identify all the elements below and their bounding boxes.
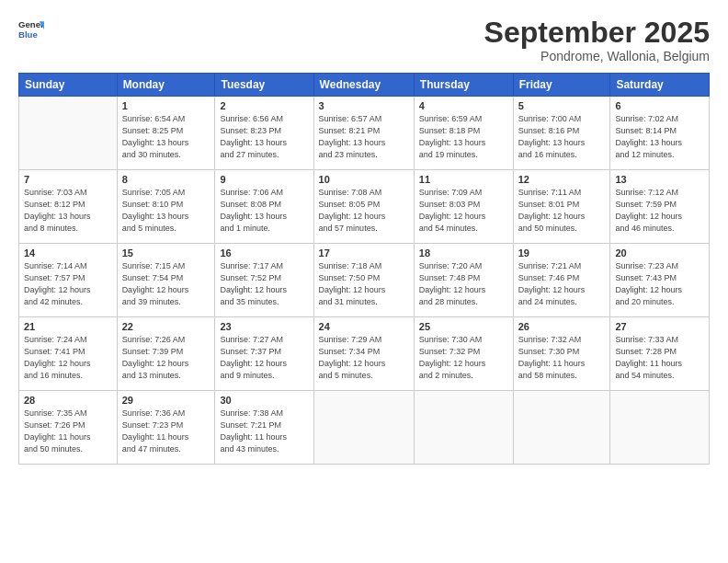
col-thursday: Thursday [414,74,513,97]
calendar-cell: 8Sunrise: 7:05 AM Sunset: 8:10 PM Daylig… [117,170,215,244]
calendar-cell: 5Sunrise: 7:00 AM Sunset: 8:16 PM Daylig… [513,97,610,170]
day-number: 5 [518,100,606,111]
calendar-cell: 24Sunrise: 7:29 AM Sunset: 7:34 PM Dayli… [313,317,414,391]
day-info: Sunrise: 7:18 AM Sunset: 7:50 PM Dayligh… [319,260,409,308]
day-info: Sunrise: 7:02 AM Sunset: 8:14 PM Dayligh… [615,113,704,161]
calendar-cell: 23Sunrise: 7:27 AM Sunset: 7:37 PM Dayli… [215,317,313,391]
calendar-cell: 20Sunrise: 7:23 AM Sunset: 7:43 PM Dayli… [610,244,710,317]
calendar-cell: 19Sunrise: 7:21 AM Sunset: 7:46 PM Dayli… [513,244,610,317]
day-info: Sunrise: 7:00 AM Sunset: 8:16 PM Dayligh… [518,113,606,161]
day-number: 4 [419,100,508,111]
day-info: Sunrise: 7:20 AM Sunset: 7:48 PM Dayligh… [419,260,508,308]
day-info: Sunrise: 7:27 AM Sunset: 7:37 PM Dayligh… [220,334,308,382]
calendar-week-3: 21Sunrise: 7:24 AM Sunset: 7:41 PM Dayli… [19,317,710,391]
title-block: September 2025 Pondrome, Wallonia, Belgi… [484,17,710,63]
calendar-cell [414,391,513,465]
header-row: Sunday Monday Tuesday Wednesday Thursday… [19,74,710,97]
calendar-cell [610,391,710,465]
month-title: September 2025 [484,17,710,49]
day-info: Sunrise: 7:09 AM Sunset: 8:03 PM Dayligh… [419,187,508,235]
day-info: Sunrise: 7:12 AM Sunset: 7:59 PM Dayligh… [615,187,704,235]
calendar-cell: 15Sunrise: 7:15 AM Sunset: 7:54 PM Dayli… [117,244,215,317]
col-sunday: Sunday [19,74,118,97]
day-number: 8 [122,174,210,185]
calendar-cell: 7Sunrise: 7:03 AM Sunset: 8:12 PM Daylig… [19,170,118,244]
day-info: Sunrise: 7:24 AM Sunset: 7:41 PM Dayligh… [24,334,112,382]
col-saturday: Saturday [610,74,710,97]
day-info: Sunrise: 7:26 AM Sunset: 7:39 PM Dayligh… [122,334,210,382]
calendar-cell [313,391,414,465]
day-number: 30 [220,395,308,406]
calendar-cell: 14Sunrise: 7:14 AM Sunset: 7:57 PM Dayli… [19,244,118,317]
calendar-cell: 1Sunrise: 6:54 AM Sunset: 8:25 PM Daylig… [117,97,215,170]
day-number: 6 [615,100,704,111]
day-number: 9 [220,174,308,185]
day-number: 19 [518,247,606,259]
day-number: 7 [24,174,112,185]
calendar-cell: 12Sunrise: 7:11 AM Sunset: 8:01 PM Dayli… [513,170,610,244]
calendar-week-4: 28Sunrise: 7:35 AM Sunset: 7:26 PM Dayli… [19,391,710,465]
day-number: 18 [419,247,508,259]
day-number: 15 [122,247,210,259]
day-number: 21 [24,321,112,332]
calendar-cell: 3Sunrise: 6:57 AM Sunset: 8:21 PM Daylig… [313,97,414,170]
calendar-cell: 30Sunrise: 7:38 AM Sunset: 7:21 PM Dayli… [215,391,313,465]
calendar-cell: 29Sunrise: 7:36 AM Sunset: 7:23 PM Dayli… [117,391,215,465]
day-number: 16 [220,247,308,259]
day-info: Sunrise: 7:32 AM Sunset: 7:30 PM Dayligh… [518,334,606,382]
calendar-cell: 22Sunrise: 7:26 AM Sunset: 7:39 PM Dayli… [117,317,215,391]
day-number: 27 [615,321,704,332]
day-number: 26 [518,321,606,332]
calendar-cell: 17Sunrise: 7:18 AM Sunset: 7:50 PM Dayli… [313,244,414,317]
day-info: Sunrise: 7:11 AM Sunset: 8:01 PM Dayligh… [518,187,606,235]
calendar-cell [19,97,118,170]
calendar-cell: 18Sunrise: 7:20 AM Sunset: 7:48 PM Dayli… [414,244,513,317]
svg-text:General: General [18,19,44,29]
calendar-cell: 28Sunrise: 7:35 AM Sunset: 7:26 PM Dayli… [19,391,118,465]
location: Pondrome, Wallonia, Belgium [484,49,710,63]
day-info: Sunrise: 6:57 AM Sunset: 8:21 PM Dayligh… [319,113,409,161]
page: General Blue September 2025 Pondrome, Wa… [0,0,728,563]
day-number: 2 [220,100,308,111]
day-info: Sunrise: 7:06 AM Sunset: 8:08 PM Dayligh… [220,187,308,235]
calendar-cell: 11Sunrise: 7:09 AM Sunset: 8:03 PM Dayli… [414,170,513,244]
calendar-cell: 2Sunrise: 6:56 AM Sunset: 8:23 PM Daylig… [215,97,313,170]
day-number: 24 [319,321,409,332]
calendar-cell: 16Sunrise: 7:17 AM Sunset: 7:52 PM Dayli… [215,244,313,317]
day-number: 3 [319,100,409,111]
calendar-week-1: 7Sunrise: 7:03 AM Sunset: 8:12 PM Daylig… [19,170,710,244]
day-info: Sunrise: 7:29 AM Sunset: 7:34 PM Dayligh… [319,334,409,382]
calendar-cell: 4Sunrise: 6:59 AM Sunset: 8:18 PM Daylig… [414,97,513,170]
calendar-cell: 9Sunrise: 7:06 AM Sunset: 8:08 PM Daylig… [215,170,313,244]
day-info: Sunrise: 7:15 AM Sunset: 7:54 PM Dayligh… [122,260,210,308]
day-number: 10 [319,174,409,185]
day-info: Sunrise: 6:56 AM Sunset: 8:23 PM Dayligh… [220,113,308,161]
calendar-table: Sunday Monday Tuesday Wednesday Thursday… [18,73,710,465]
calendar-cell [513,391,610,465]
calendar-cell: 27Sunrise: 7:33 AM Sunset: 7:28 PM Dayli… [610,317,710,391]
day-number: 23 [220,321,308,332]
calendar-cell: 13Sunrise: 7:12 AM Sunset: 7:59 PM Dayli… [610,170,710,244]
day-number: 25 [419,321,508,332]
day-number: 11 [419,174,508,185]
day-number: 12 [518,174,606,185]
calendar-cell: 10Sunrise: 7:08 AM Sunset: 8:05 PM Dayli… [313,170,414,244]
day-info: Sunrise: 7:33 AM Sunset: 7:28 PM Dayligh… [615,334,704,382]
day-info: Sunrise: 6:59 AM Sunset: 8:18 PM Dayligh… [419,113,508,161]
day-info: Sunrise: 7:36 AM Sunset: 7:23 PM Dayligh… [122,408,210,455]
day-info: Sunrise: 7:23 AM Sunset: 7:43 PM Dayligh… [615,260,704,308]
day-info: Sunrise: 7:35 AM Sunset: 7:26 PM Dayligh… [24,408,112,455]
col-friday: Friday [513,74,610,97]
logo: General Blue [18,17,44,42]
day-info: Sunrise: 7:21 AM Sunset: 7:46 PM Dayligh… [518,260,606,308]
col-tuesday: Tuesday [215,74,313,97]
day-info: Sunrise: 7:03 AM Sunset: 8:12 PM Dayligh… [24,187,112,235]
day-number: 1 [122,100,210,111]
day-info: Sunrise: 7:30 AM Sunset: 7:32 PM Dayligh… [419,334,508,382]
header: General Blue September 2025 Pondrome, Wa… [18,17,710,63]
col-wednesday: Wednesday [313,74,414,97]
day-number: 20 [615,247,704,259]
logo-icon: General Blue [18,17,44,42]
day-info: Sunrise: 7:14 AM Sunset: 7:57 PM Dayligh… [24,260,112,308]
svg-text:Blue: Blue [18,29,38,40]
